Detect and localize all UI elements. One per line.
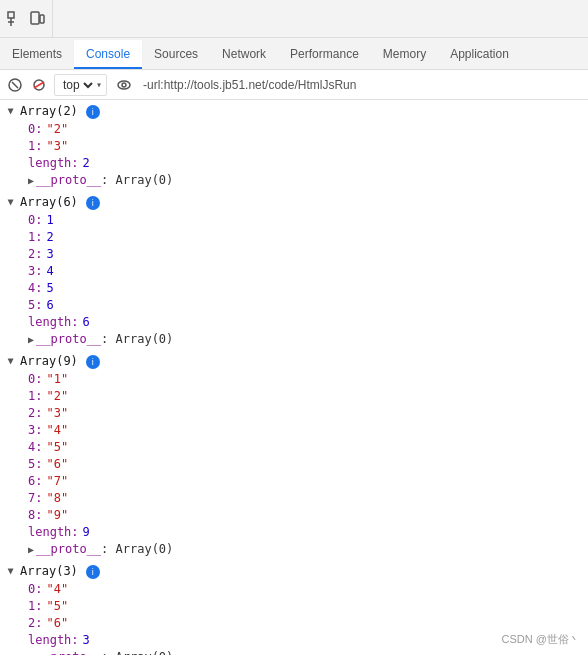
array-item-3-0: 0: "4" [0, 581, 588, 598]
proto-line-0[interactable]: ▶__proto__: Array(0) [0, 172, 588, 189]
tab-performance[interactable]: Performance [278, 40, 371, 69]
array-item-1-5: 5: 6 [0, 297, 588, 314]
array-item-2-1: 1: "2" [0, 388, 588, 405]
proto-triangle: ▶ [28, 334, 34, 345]
array-item-3-1: 1: "5" [0, 598, 588, 615]
prop-key: 1: [28, 229, 42, 246]
prop-key: 0: [28, 371, 42, 388]
array-info-icon[interactable]: i [86, 196, 100, 210]
console-url: -url:http://tools.jb51.net/code/HtmlJsRu… [139, 78, 582, 92]
array-info-icon[interactable]: i [86, 355, 100, 369]
prop-key: length: [28, 314, 79, 331]
prop-value: "2" [46, 388, 68, 405]
proto-value: : Array(0) [101, 542, 173, 556]
tab-console[interactable]: Console [74, 40, 142, 69]
tab-elements[interactable]: Elements [0, 40, 74, 69]
prop-key: 3: [28, 263, 42, 280]
toolbar [0, 0, 588, 38]
array-item-2-7: 7: "8" [0, 490, 588, 507]
array-item-2-2: 2: "3" [0, 405, 588, 422]
array-item-2-9: length: 9 [0, 524, 588, 541]
prop-value: "5" [46, 439, 68, 456]
tab-application[interactable]: Application [438, 40, 521, 69]
array-header-3[interactable]: ▶Array(3)i [0, 562, 588, 581]
expand-triangle: ▶ [3, 199, 20, 205]
prop-value: "8" [46, 490, 68, 507]
tab-sources[interactable]: Sources [142, 40, 210, 69]
toolbar-icons [0, 0, 53, 37]
tab-bar: Elements Console Sources Network Perform… [0, 38, 588, 70]
tab-memory[interactable]: Memory [371, 40, 438, 69]
array-header-1[interactable]: ▶Array(6)i [0, 193, 588, 212]
expand-triangle: ▶ [3, 108, 20, 114]
prop-key: 5: [28, 297, 42, 314]
prop-value: "6" [46, 615, 68, 632]
array-item-0-0: 0: "2" [0, 121, 588, 138]
proto-key: __proto__ [36, 650, 101, 655]
prop-value: "9" [46, 507, 68, 524]
prop-key: 0: [28, 121, 42, 138]
array-header-0[interactable]: ▶Array(2)i [0, 102, 588, 121]
array-item-3-2: 2: "6" [0, 615, 588, 632]
svg-rect-3 [31, 12, 39, 24]
proto-value: : Array(0) [101, 650, 173, 655]
svg-line-8 [34, 82, 44, 88]
prop-key: 0: [28, 212, 42, 229]
proto-value: : Array(0) [101, 332, 173, 346]
array-header-2[interactable]: ▶Array(9)i [0, 352, 588, 371]
watermark: CSDN @世俗丶 [502, 632, 580, 647]
svg-rect-0 [8, 12, 14, 18]
proto-key: __proto__ [36, 173, 101, 187]
prop-value: "3" [46, 138, 68, 155]
prop-value: 9 [83, 524, 90, 541]
prop-value: "7" [46, 473, 68, 490]
array-item-1-1: 1: 2 [0, 229, 588, 246]
prop-value: "6" [46, 456, 68, 473]
array-item-0-2: length: 2 [0, 155, 588, 172]
prop-value: "3" [46, 405, 68, 422]
prop-value: 2 [46, 229, 53, 246]
array-item-1-4: 4: 5 [0, 280, 588, 297]
proto-line-3[interactable]: ▶__proto__: Array(0) [0, 649, 588, 655]
clear-console-icon[interactable] [6, 76, 24, 94]
device-icon[interactable] [28, 10, 46, 28]
array-item-1-6: length: 6 [0, 314, 588, 331]
array-item-2-5: 5: "6" [0, 456, 588, 473]
proto-value: : Array(0) [101, 173, 173, 187]
proto-line-1[interactable]: ▶__proto__: Array(0) [0, 331, 588, 348]
array-item-2-3: 3: "4" [0, 422, 588, 439]
proto-triangle: ▶ [28, 544, 34, 555]
tab-network[interactable]: Network [210, 40, 278, 69]
prop-key: 2: [28, 615, 42, 632]
array-info-icon[interactable]: i [86, 565, 100, 579]
array-info-icon[interactable]: i [86, 105, 100, 119]
prop-value: 5 [46, 280, 53, 297]
array-item-2-8: 8: "9" [0, 507, 588, 524]
inspect-icon[interactable] [6, 10, 24, 28]
prop-value: 2 [83, 155, 90, 172]
filter-icon[interactable] [30, 76, 48, 94]
array-label: Array(2) [20, 103, 78, 120]
prop-value: "4" [46, 581, 68, 598]
eye-icon[interactable] [115, 76, 133, 94]
prop-key: 4: [28, 439, 42, 456]
svg-rect-4 [40, 15, 44, 23]
context-selector[interactable]: top ▾ [54, 74, 107, 96]
context-select[interactable]: top [59, 77, 96, 93]
prop-value: 6 [46, 297, 53, 314]
prop-key: 7: [28, 490, 42, 507]
array-item-3-3: length: 3 [0, 632, 588, 649]
array-item-1-3: 3: 4 [0, 263, 588, 280]
expand-triangle: ▶ [3, 358, 20, 364]
prop-key: length: [28, 155, 79, 172]
array-label: Array(6) [20, 194, 78, 211]
proto-line-2[interactable]: ▶__proto__: Array(0) [0, 541, 588, 558]
array-item-1-2: 2: 3 [0, 246, 588, 263]
array-item-0-1: 1: "3" [0, 138, 588, 155]
svg-line-6 [12, 82, 18, 88]
array-item-2-6: 6: "7" [0, 473, 588, 490]
prop-value: 3 [83, 632, 90, 649]
prop-value: 3 [46, 246, 53, 263]
prop-key: 3: [28, 422, 42, 439]
prop-value: 1 [46, 212, 53, 229]
